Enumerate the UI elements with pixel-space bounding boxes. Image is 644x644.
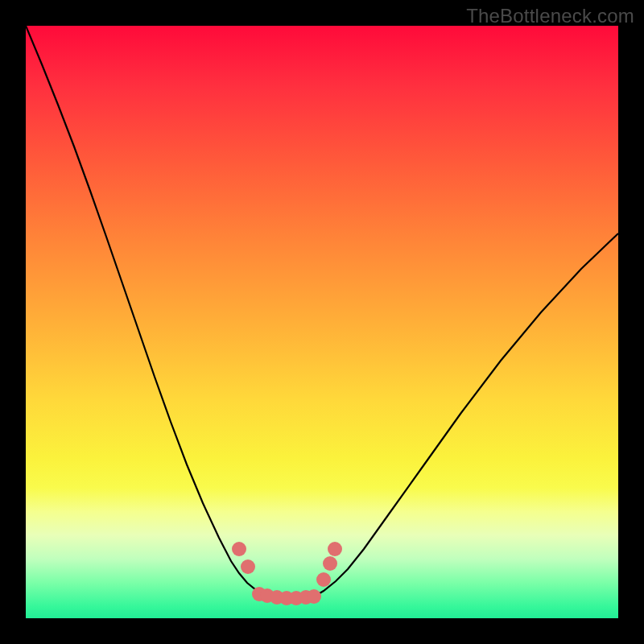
curve-left-path [26,26,267,596]
curve-right-path [316,233,618,596]
highlight-marker [307,589,321,604]
highlight-markers [232,542,342,605]
highlight-marker [241,559,255,574]
watermark-text: TheBottleneck.com [466,5,634,27]
highlight-marker [316,572,331,587]
chart-plot-area [26,26,618,618]
chart-svg [26,26,618,618]
highlight-marker [323,556,337,571]
highlight-marker [328,542,342,556]
highlight-marker [232,542,246,556]
